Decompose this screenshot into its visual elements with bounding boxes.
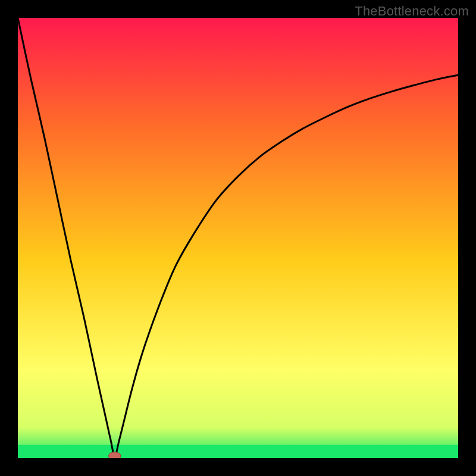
chart-frame: TheBottleneck.com (0, 0, 476, 476)
gradient-background (18, 18, 458, 458)
plot-area (18, 18, 458, 458)
plot-svg (18, 18, 458, 458)
watermark-text: TheBottleneck.com (355, 4, 469, 19)
optimal-point-marker (108, 452, 121, 458)
green-baseline-band (18, 445, 458, 458)
